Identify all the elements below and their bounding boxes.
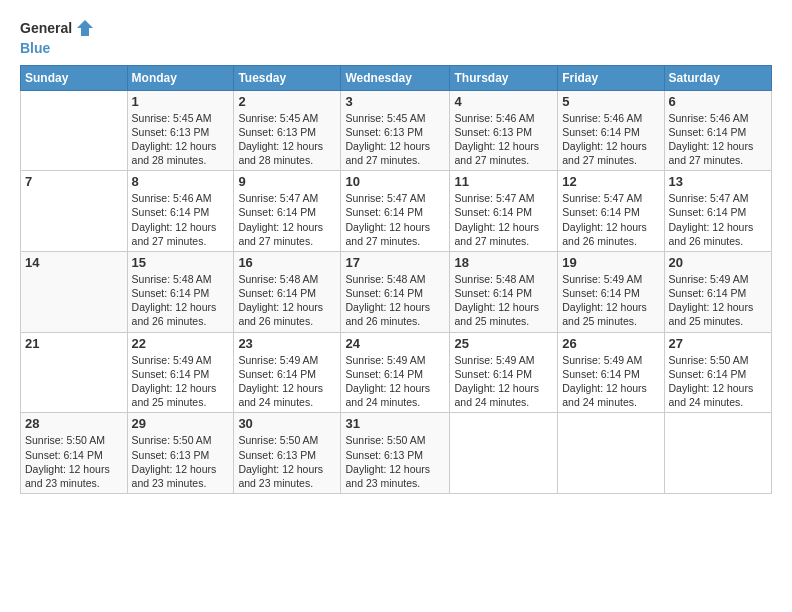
day-number: 31 (345, 416, 445, 431)
day-info: Sunrise: 5:50 AMSunset: 6:14 PMDaylight:… (669, 353, 767, 410)
day-info: Sunrise: 5:50 AMSunset: 6:14 PMDaylight:… (25, 433, 123, 490)
day-info: Sunrise: 5:47 AMSunset: 6:14 PMDaylight:… (454, 191, 553, 248)
calendar-cell: 2Sunrise: 5:45 AMSunset: 6:13 PMDaylight… (234, 90, 341, 171)
day-info: Sunrise: 5:49 AMSunset: 6:14 PMDaylight:… (562, 353, 659, 410)
calendar-cell: 25Sunrise: 5:49 AMSunset: 6:14 PMDayligh… (450, 332, 558, 413)
day-info: Sunrise: 5:49 AMSunset: 6:14 PMDaylight:… (669, 272, 767, 329)
calendar-week-3: 2122Sunrise: 5:49 AMSunset: 6:14 PMDayli… (21, 332, 772, 413)
calendar-cell: 15Sunrise: 5:48 AMSunset: 6:14 PMDayligh… (127, 251, 234, 332)
logo-text: General Blue (20, 18, 93, 57)
day-info: Sunrise: 5:48 AMSunset: 6:14 PMDaylight:… (345, 272, 445, 329)
weekday-header-wednesday: Wednesday (341, 65, 450, 90)
day-number: 21 (25, 336, 123, 351)
day-number: 8 (132, 174, 230, 189)
day-info: Sunrise: 5:50 AMSunset: 6:13 PMDaylight:… (345, 433, 445, 490)
day-number: 27 (669, 336, 767, 351)
day-number: 1 (132, 94, 230, 109)
day-number: 13 (669, 174, 767, 189)
day-number: 4 (454, 94, 553, 109)
day-info: Sunrise: 5:49 AMSunset: 6:14 PMDaylight:… (562, 272, 659, 329)
day-info: Sunrise: 5:48 AMSunset: 6:14 PMDaylight:… (132, 272, 230, 329)
day-info: Sunrise: 5:46 AMSunset: 6:14 PMDaylight:… (562, 111, 659, 168)
day-number: 22 (132, 336, 230, 351)
day-number: 6 (669, 94, 767, 109)
day-info: Sunrise: 5:46 AMSunset: 6:14 PMDaylight:… (669, 111, 767, 168)
calendar-cell: 7 (21, 171, 128, 252)
day-info: Sunrise: 5:49 AMSunset: 6:14 PMDaylight:… (345, 353, 445, 410)
day-number: 2 (238, 94, 336, 109)
day-info: Sunrise: 5:45 AMSunset: 6:13 PMDaylight:… (345, 111, 445, 168)
day-number: 9 (238, 174, 336, 189)
logo-arrow-icon (75, 18, 93, 36)
day-info: Sunrise: 5:46 AMSunset: 6:14 PMDaylight:… (132, 191, 230, 248)
weekday-header-tuesday: Tuesday (234, 65, 341, 90)
calendar-cell: 13Sunrise: 5:47 AMSunset: 6:14 PMDayligh… (664, 171, 771, 252)
calendar-cell: 12Sunrise: 5:47 AMSunset: 6:14 PMDayligh… (558, 171, 664, 252)
calendar-week-4: 28Sunrise: 5:50 AMSunset: 6:14 PMDayligh… (21, 413, 772, 494)
calendar-cell (558, 413, 664, 494)
calendar-cell: 5Sunrise: 5:46 AMSunset: 6:14 PMDaylight… (558, 90, 664, 171)
day-number: 5 (562, 94, 659, 109)
day-info: Sunrise: 5:50 AMSunset: 6:13 PMDaylight:… (238, 433, 336, 490)
day-info: Sunrise: 5:47 AMSunset: 6:14 PMDaylight:… (669, 191, 767, 248)
calendar-cell: 31Sunrise: 5:50 AMSunset: 6:13 PMDayligh… (341, 413, 450, 494)
day-number: 12 (562, 174, 659, 189)
day-number: 10 (345, 174, 445, 189)
day-number: 30 (238, 416, 336, 431)
day-info: Sunrise: 5:47 AMSunset: 6:14 PMDaylight:… (238, 191, 336, 248)
calendar-header-row: SundayMondayTuesdayWednesdayThursdayFrid… (21, 65, 772, 90)
day-number: 18 (454, 255, 553, 270)
calendar-cell: 20Sunrise: 5:49 AMSunset: 6:14 PMDayligh… (664, 251, 771, 332)
calendar-cell (21, 90, 128, 171)
day-number: 25 (454, 336, 553, 351)
weekday-header-saturday: Saturday (664, 65, 771, 90)
calendar-week-0: 1Sunrise: 5:45 AMSunset: 6:13 PMDaylight… (21, 90, 772, 171)
calendar-cell: 19Sunrise: 5:49 AMSunset: 6:14 PMDayligh… (558, 251, 664, 332)
calendar-week-2: 1415Sunrise: 5:48 AMSunset: 6:14 PMDayli… (21, 251, 772, 332)
calendar-cell: 4Sunrise: 5:46 AMSunset: 6:13 PMDaylight… (450, 90, 558, 171)
day-number: 19 (562, 255, 659, 270)
day-info: Sunrise: 5:48 AMSunset: 6:14 PMDaylight:… (454, 272, 553, 329)
day-info: Sunrise: 5:49 AMSunset: 6:14 PMDaylight:… (238, 353, 336, 410)
calendar-cell: 21 (21, 332, 128, 413)
calendar-cell: 30Sunrise: 5:50 AMSunset: 6:13 PMDayligh… (234, 413, 341, 494)
calendar-cell: 6Sunrise: 5:46 AMSunset: 6:14 PMDaylight… (664, 90, 771, 171)
calendar-cell: 23Sunrise: 5:49 AMSunset: 6:14 PMDayligh… (234, 332, 341, 413)
calendar-cell: 18Sunrise: 5:48 AMSunset: 6:14 PMDayligh… (450, 251, 558, 332)
day-number: 3 (345, 94, 445, 109)
calendar-cell (450, 413, 558, 494)
weekday-header-sunday: Sunday (21, 65, 128, 90)
day-number: 29 (132, 416, 230, 431)
day-info: Sunrise: 5:47 AMSunset: 6:14 PMDaylight:… (562, 191, 659, 248)
weekday-header-monday: Monday (127, 65, 234, 90)
calendar-cell: 8Sunrise: 5:46 AMSunset: 6:14 PMDaylight… (127, 171, 234, 252)
day-info: Sunrise: 5:45 AMSunset: 6:13 PMDaylight:… (238, 111, 336, 168)
day-info: Sunrise: 5:47 AMSunset: 6:14 PMDaylight:… (345, 191, 445, 248)
header: General Blue (20, 18, 772, 57)
day-number: 17 (345, 255, 445, 270)
day-info: Sunrise: 5:45 AMSunset: 6:13 PMDaylight:… (132, 111, 230, 168)
calendar-week-1: 78Sunrise: 5:46 AMSunset: 6:14 PMDayligh… (21, 171, 772, 252)
calendar-cell: 17Sunrise: 5:48 AMSunset: 6:14 PMDayligh… (341, 251, 450, 332)
calendar-cell: 11Sunrise: 5:47 AMSunset: 6:14 PMDayligh… (450, 171, 558, 252)
page: General Blue SundayMondayTuesdayWednesda… (0, 0, 792, 612)
day-number: 7 (25, 174, 123, 189)
day-number: 23 (238, 336, 336, 351)
calendar-cell: 22Sunrise: 5:49 AMSunset: 6:14 PMDayligh… (127, 332, 234, 413)
day-number: 28 (25, 416, 123, 431)
day-number: 24 (345, 336, 445, 351)
calendar-cell (664, 413, 771, 494)
logo: General Blue (20, 18, 93, 57)
day-number: 16 (238, 255, 336, 270)
calendar-cell: 26Sunrise: 5:49 AMSunset: 6:14 PMDayligh… (558, 332, 664, 413)
calendar-cell: 24Sunrise: 5:49 AMSunset: 6:14 PMDayligh… (341, 332, 450, 413)
calendar-cell: 3Sunrise: 5:45 AMSunset: 6:13 PMDaylight… (341, 90, 450, 171)
day-number: 15 (132, 255, 230, 270)
day-info: Sunrise: 5:49 AMSunset: 6:14 PMDaylight:… (132, 353, 230, 410)
day-info: Sunrise: 5:46 AMSunset: 6:13 PMDaylight:… (454, 111, 553, 168)
day-info: Sunrise: 5:49 AMSunset: 6:14 PMDaylight:… (454, 353, 553, 410)
calendar-cell: 9Sunrise: 5:47 AMSunset: 6:14 PMDaylight… (234, 171, 341, 252)
weekday-header-thursday: Thursday (450, 65, 558, 90)
calendar-body: 1Sunrise: 5:45 AMSunset: 6:13 PMDaylight… (21, 90, 772, 493)
calendar-cell: 27Sunrise: 5:50 AMSunset: 6:14 PMDayligh… (664, 332, 771, 413)
